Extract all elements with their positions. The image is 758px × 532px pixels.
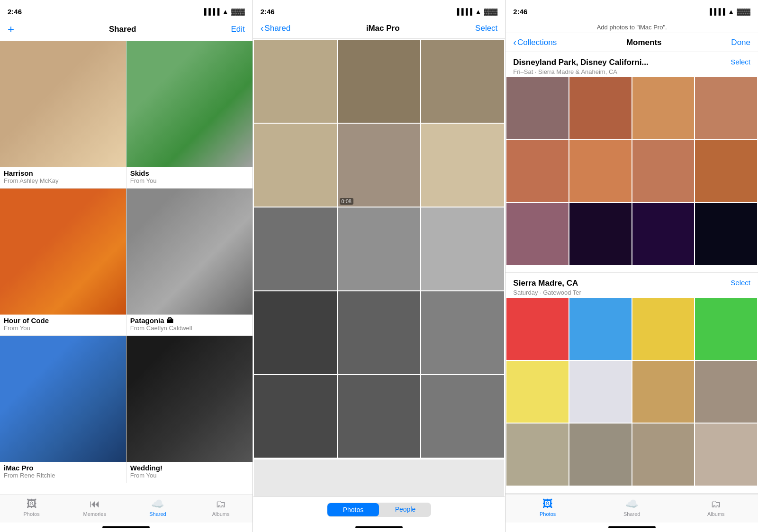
status-time-2: 2:46 xyxy=(261,8,275,16)
moment-select-sierramadre[interactable]: Select xyxy=(731,279,750,287)
photo-color-p12 xyxy=(421,291,504,374)
memories-tab-label: Memories xyxy=(83,511,106,517)
photo-color-p14 xyxy=(338,375,421,458)
moment-photo-sierramadre-3[interactable] xyxy=(695,298,757,360)
add-button[interactable]: + xyxy=(8,23,14,36)
photo-cell-p13[interactable] xyxy=(254,375,337,458)
moments-content: Disneyland Park, Disney Californi... Fri… xyxy=(505,52,758,495)
edit-button[interactable]: Edit xyxy=(231,25,244,34)
photo-color-p3 xyxy=(421,40,504,123)
signal-icon-2: ▐▐▐▐ xyxy=(455,8,472,15)
tab-bar-3: 🖼 Photos ☁️ Shared 🗂 Albums xyxy=(505,495,758,523)
album-item-harrison[interactable]: Harrison From Ashley McKay xyxy=(0,41,126,188)
photo-cell-p10[interactable] xyxy=(254,291,337,374)
photos-tab-label-3: Photos xyxy=(540,511,556,517)
status-icons-3: ▐▐▐▐ ▲ ▓▓▓ xyxy=(708,8,750,15)
photo-color-p15 xyxy=(421,375,504,458)
album-item-wedding[interactable]: Wedding! From You xyxy=(126,336,253,483)
moment-photo-sierramadre-4[interactable] xyxy=(506,361,568,423)
people-seg-btn[interactable]: People xyxy=(379,503,431,517)
moment-photo-disneyland-8[interactable] xyxy=(506,203,568,265)
tab-shared-3[interactable]: ☁️ Shared xyxy=(590,498,674,517)
tab-bar-1: 🖼 Photos ⏮ Memories ☁️ Shared 🗂 Albums xyxy=(0,495,253,523)
moment-photo-sierramadre-1[interactable] xyxy=(569,298,632,360)
home-bar-2 xyxy=(355,526,403,528)
home-bar-1 xyxy=(102,526,150,528)
back-button-3[interactable]: ‹ Collections xyxy=(513,37,557,48)
albums-tab-label: Albums xyxy=(212,511,230,517)
moment-section-sierramadre: Sierra Madre, CA Saturday · Gatewood Ter… xyxy=(505,273,758,493)
moment-select-disneyland[interactable]: Select xyxy=(731,58,750,66)
nav-bar-1: + Shared Edit xyxy=(0,21,253,41)
moment-photo-disneyland-3[interactable] xyxy=(695,77,757,139)
album-thumb-imacpro xyxy=(0,336,126,462)
moment-photo-disneyland-10[interactable] xyxy=(632,203,695,265)
moment-photo-disneyland-1[interactable] xyxy=(569,77,632,139)
moment-photo-disneyland-0[interactable] xyxy=(506,77,568,139)
photo-cell-p7[interactable] xyxy=(254,207,337,290)
moment-photo-sierramadre-7[interactable] xyxy=(695,361,757,423)
photo-color-p1 xyxy=(254,40,337,123)
back-button-2[interactable]: ‹ Shared xyxy=(261,23,291,34)
photo-cell-p2[interactable] xyxy=(338,40,421,123)
photo-cell-p11[interactable] xyxy=(338,291,421,374)
done-button-3[interactable]: Done xyxy=(731,38,750,47)
moment-photo-disneyland-4[interactable] xyxy=(506,140,568,202)
photo-color-p6 xyxy=(421,124,504,207)
nav-bar-2: ‹ Shared iMac Pro Select xyxy=(253,21,505,39)
moment-photo-disneyland-2[interactable] xyxy=(632,77,695,139)
tab-albums-3[interactable]: 🗂 Albums xyxy=(674,498,758,517)
add-photos-cell[interactable]: + xyxy=(254,460,505,496)
moment-photo-disneyland-11[interactable] xyxy=(695,203,757,265)
panel-imac-album: 2:46 ▐▐▐▐ ▲ ▓▓▓ ‹ Shared iMac Pro Select… xyxy=(253,0,506,532)
moment-photo-sierramadre-2[interactable] xyxy=(632,298,695,360)
moment-photo-disneyland-5[interactable] xyxy=(569,140,632,202)
photo-color-p2 xyxy=(338,40,421,123)
status-bar-1: 2:46 ▐▐▐▐ ▲ ▓▓▓ xyxy=(0,0,253,21)
nav-title-3: Moments xyxy=(626,38,662,47)
status-time-1: 2:46 xyxy=(8,8,22,16)
photo-cell-p9[interactable] xyxy=(421,207,504,290)
photo-cell-p4[interactable] xyxy=(254,124,337,207)
moment-photo-sierramadre-8[interactable] xyxy=(506,424,568,486)
nav-bar-3: ‹ Collections Moments Done xyxy=(505,33,758,52)
tab-photos-3[interactable]: 🖼 Photos xyxy=(505,498,590,517)
photos-content-2: 0:08 + xyxy=(253,39,505,496)
album-item-imacpro[interactable]: iMac Pro From Rene Ritchie xyxy=(0,336,126,483)
photo-cell-p8[interactable] xyxy=(338,207,421,290)
moment-photo-disneyland-6[interactable] xyxy=(632,140,695,202)
shared-tab-icon-3: ☁️ xyxy=(625,498,638,510)
photo-cell-p12[interactable] xyxy=(421,291,504,374)
moment-header-disneyland: Disneyland Park, Disney Californi... Fri… xyxy=(505,52,758,77)
album-item-hourcode[interactable]: Hour of Code From You xyxy=(0,189,126,335)
moment-photo-sierramadre-10[interactable] xyxy=(632,424,695,486)
moment-photo-disneyland-7[interactable] xyxy=(695,140,757,202)
photo-cell-p6[interactable] xyxy=(421,124,504,207)
album-sub-wedding: From You xyxy=(126,472,253,479)
moment-photo-disneyland-9[interactable] xyxy=(569,203,632,265)
video-badge-p5: 0:08 xyxy=(340,198,353,205)
tab-albums-1[interactable]: 🗂 Albums xyxy=(190,498,253,517)
photo-cell-p14[interactable] xyxy=(338,375,421,458)
tab-memories-1[interactable]: ⏮ Memories xyxy=(63,498,126,517)
moment-photo-sierramadre-5[interactable] xyxy=(569,361,632,423)
album-item-patagonia[interactable]: Patagonia 🏔 From Caetlyn Caldwell xyxy=(126,189,253,335)
tab-photos-1[interactable]: 🖼 Photos xyxy=(0,498,63,517)
moment-photo-sierramadre-9[interactable] xyxy=(569,424,632,486)
back-label-2: Shared xyxy=(264,24,290,33)
tab-shared-1[interactable]: ☁️ Shared xyxy=(126,498,189,517)
moment-photo-sierramadre-11[interactable] xyxy=(695,424,757,486)
album-item-skids[interactable]: Skids From You xyxy=(126,41,253,188)
moment-photo-sierramadre-0[interactable] xyxy=(506,298,568,360)
home-bar-3 xyxy=(608,526,656,528)
add-photos-header: Add photos to "iMac Pro". xyxy=(505,21,758,33)
select-button-2[interactable]: Select xyxy=(475,24,497,33)
panel-add-photos: 2:46 ▐▐▐▐ ▲ ▓▓▓ Add photos to "iMac Pro"… xyxy=(505,0,758,532)
photo-cell-p1[interactable] xyxy=(254,40,337,123)
photo-cell-p15[interactable] xyxy=(421,375,504,458)
moment-title-sierramadre: Sierra Madre, CA xyxy=(513,279,581,288)
photo-cell-p3[interactable] xyxy=(421,40,504,123)
photos-seg-btn[interactable]: Photos xyxy=(327,503,379,516)
photo-cell-p5[interactable]: 0:08 xyxy=(338,124,421,207)
moment-photo-sierramadre-6[interactable] xyxy=(632,361,695,423)
